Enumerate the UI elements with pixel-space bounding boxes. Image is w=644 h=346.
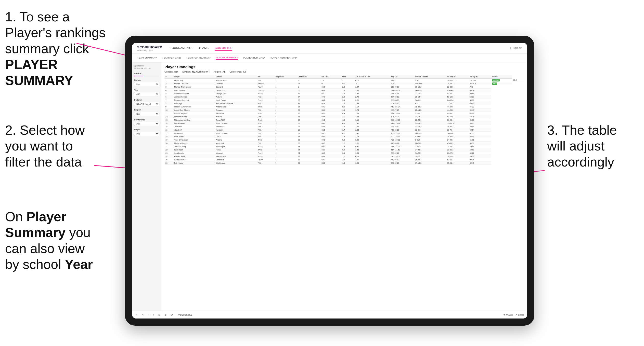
table-cell: 13-18-2	[414, 125, 446, 128]
subnav-player-h2h-grid[interactable]: PLAYER H2H GRID	[243, 56, 265, 60]
table-cell: Third	[257, 122, 275, 125]
table-cell: 406-172-16	[390, 132, 414, 135]
crop-button[interactable]: ⊡	[157, 313, 161, 317]
table-cell: Matthew Riedel	[173, 142, 215, 145]
table-cell: 19	[164, 138, 173, 142]
table-cell: 5	[275, 138, 297, 142]
table-cell: Nicholas Gabrelcik	[173, 99, 215, 102]
sign-out-link[interactable]: Sign out	[513, 47, 522, 49]
table-cell: Ole Miss	[215, 82, 257, 85]
table-cell: 5	[164, 92, 173, 95]
table-cell: 20	[164, 142, 173, 145]
table-cell: 440-26-6	[414, 82, 446, 85]
back-button[interactable]: ‹	[147, 313, 150, 317]
table-cell: Luke Powell	[173, 135, 215, 138]
table-cell: -1.2	[341, 142, 354, 145]
table-cell: 8	[164, 102, 173, 105]
gender-select[interactable]: Men	[134, 82, 159, 86]
table-cell: Georgia Tech	[215, 92, 257, 95]
table-cell: 21	[164, 145, 173, 148]
conference-select[interactable]: (All)	[134, 122, 159, 126]
table-cell: 57-23-0	[491, 79, 512, 82]
redo-button[interactable]: ↪	[141, 313, 145, 317]
table-cell: 2.72	[354, 95, 390, 99]
table-cell: 69.1	[320, 135, 341, 138]
col-avg-sg: Avg SG	[390, 75, 414, 79]
filter-conference: Conference (All)	[134, 119, 159, 126]
table-cell: 40.02	[469, 155, 491, 158]
clock-button[interactable]: ⏱	[170, 313, 174, 317]
table-cell: 674-33-12	[390, 95, 414, 99]
table-cell: 17	[164, 132, 173, 135]
table-cell: 18	[164, 135, 173, 138]
table-cell: 5	[275, 115, 297, 118]
table-cell: 6	[275, 118, 297, 122]
table-row: 2Michael Le SassoOle MissSecond118067.1-…	[164, 82, 524, 85]
table-cell: 412-221-24	[390, 105, 414, 108]
logo-text: SCOREBOARD	[137, 45, 162, 49]
table-cell: -0.5	[341, 105, 354, 108]
table-cell: 26-25-3	[414, 132, 446, 135]
table-cell: 1.15	[354, 118, 390, 122]
no-rds-slider[interactable]	[134, 76, 159, 76]
table-cell: 69.6	[320, 142, 341, 145]
subnav-team-h2h-grid[interactable]: TEAM H2H GRID	[162, 56, 181, 60]
table-row: 22Ian GilliganFloridaThird102468.7-0.91.…	[164, 148, 524, 151]
table-cell: Third	[257, 105, 275, 108]
table-cell: 24	[297, 105, 320, 108]
subnav-player-summary[interactable]: PLAYER SUMMARY	[216, 56, 238, 60]
link-button[interactable]: ⊕	[163, 313, 168, 317]
table-cell: 14-26-1	[414, 148, 446, 151]
region-select[interactable]: N/A	[134, 112, 159, 116]
logo-area: SCOREBOARD Powered by dippd	[137, 45, 162, 51]
subnav-team-h2h-heatmap[interactable]: TEAM H2H HEATMAP	[186, 56, 211, 60]
share-button[interactable]: ↗ Share	[515, 314, 524, 316]
table-cell: 35-26-4	[446, 161, 469, 165]
table-cell: 22-29-7	[414, 122, 446, 125]
table-cell: 20-25-9	[414, 142, 446, 145]
table-cell: 1	[275, 155, 297, 158]
table-cell: 19	[297, 128, 320, 132]
subnav-team-summary[interactable]: TEAM SUMMARY	[137, 56, 157, 60]
table-cell: 67.3	[320, 95, 341, 99]
table-cell: Vanderbilt	[215, 158, 257, 161]
table-row: 14Maxwell FordNorth CarolinaThird32269.1…	[164, 122, 524, 125]
nav-tab-tournaments[interactable]: TOURNAMENTS	[170, 45, 192, 51]
table-cell: 1	[297, 85, 320, 89]
subnav-player-h2h-heatmap[interactable]: PLAYER H2H HEATMAP	[270, 56, 297, 60]
table-cell: Fifth	[257, 132, 275, 135]
watch-button[interactable]: 👁 Watch	[503, 314, 513, 316]
table-cell: 29-38-2	[446, 148, 469, 151]
forward-button[interactable]: ›	[152, 313, 155, 317]
year-select[interactable]: (All)	[134, 92, 159, 96]
table-cell: -2.5	[341, 92, 354, 95]
filter-division: Division NCAA Division I	[134, 99, 159, 106]
table-cell: 1.61	[354, 142, 390, 145]
table-cell: 20-14-5	[414, 108, 446, 112]
nav-tab-committee[interactable]: COMMITTEE	[215, 45, 232, 51]
table-cell: Texas A&M	[215, 118, 257, 122]
table-row: 21Taehoon SongWashingtonFourth42369.2-1.…	[164, 145, 524, 148]
table-cell: 19-16-0	[446, 155, 469, 158]
table-cell: 26	[164, 161, 173, 165]
table-cell: 68.04	[469, 89, 491, 92]
division-select[interactable]: NCAA Division I	[134, 102, 159, 106]
table-cell: 60.89	[469, 92, 491, 95]
undo-button[interactable]: ↩	[135, 313, 139, 317]
table-cell: Arizona State	[215, 79, 257, 82]
table-cell: Fourth	[257, 99, 275, 102]
table-cell: 38-40-4	[446, 118, 469, 122]
table-cell: Missouri	[215, 151, 257, 155]
table-cell: 22	[164, 148, 173, 151]
table-cell: 68.7	[320, 148, 341, 151]
instruction-step2: 2. Select how you want to filter the dat…	[5, 122, 97, 170]
player-select[interactable]: (All)	[134, 132, 159, 136]
table-cell: 2	[275, 92, 297, 95]
table-cell: 2.01	[354, 99, 390, 102]
table-cell: 698-64-13	[390, 99, 414, 102]
table-cell: 1.92	[354, 128, 390, 132]
table-cell: 21	[297, 112, 320, 115]
nav-tab-teams[interactable]: TEAMS	[199, 45, 209, 51]
table-cell: 24	[297, 151, 320, 155]
view-original-label[interactable]: View: Original	[178, 314, 192, 316]
